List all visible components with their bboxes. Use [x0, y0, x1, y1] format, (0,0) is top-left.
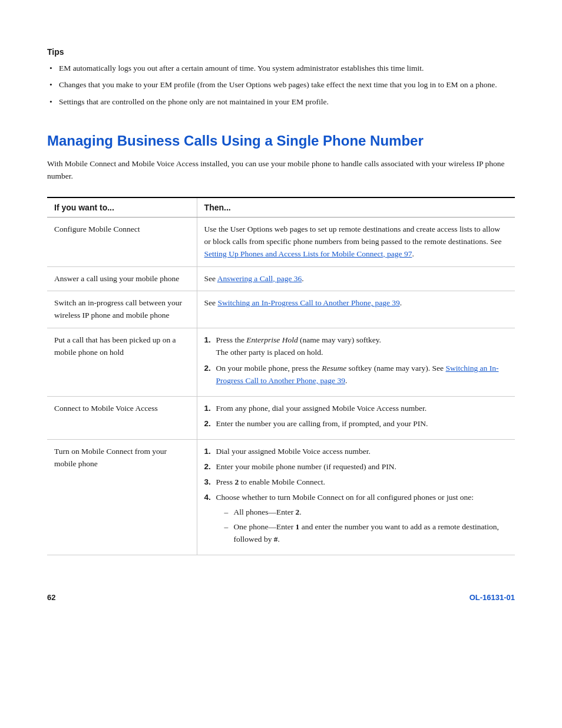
row2-col2: See Answering a Call, page 36. [197, 266, 515, 291]
step-num: 1. [204, 446, 211, 458]
step-item: 1. From any phone, dial your assigned Mo… [204, 403, 508, 415]
col1-header: If you want to... [47, 197, 197, 218]
row5-col2: 1. From any phone, dial your assigned Mo… [197, 397, 515, 440]
tips-list: EM automatically logs you out after a ce… [47, 62, 515, 108]
tips-section: Tips EM automatically logs you out after… [47, 47, 515, 108]
step-item: 3. Press 2 to enable Mobile Connect. [204, 476, 508, 489]
sub-list-item: All phones—Enter 2. [222, 506, 508, 519]
row4-col1: Put a call that has been picked up on a … [47, 328, 197, 397]
table-row: Configure Mobile Connect Use the User Op… [47, 217, 515, 266]
link-switching-call-2[interactable]: Switching an In-Progress Call to Another… [216, 364, 499, 385]
table-row: Connect to Mobile Voice Access 1. From a… [47, 397, 515, 440]
sub-list-item: One phone—Enter 1 and enter the number y… [222, 521, 508, 546]
step-item: 2. Enter your mobile phone number (if re… [204, 461, 508, 473]
step-list-turn-on: 1. Dial your assigned Mobile Voice acces… [204, 446, 508, 546]
row5-col1: Connect to Mobile Voice Access [47, 397, 197, 440]
sub-list-phones: All phones—Enter 2. One phone—Enter 1 an… [222, 506, 508, 546]
row6-col1: Turn on Mobile Connect from your mobile … [47, 439, 197, 555]
resume-label: Resume [322, 364, 346, 373]
step-num: 1. [204, 334, 211, 347]
main-table: If you want to... Then... Configure Mobi… [47, 197, 515, 556]
step-item: 2. On your mobile phone, press the Resum… [204, 363, 508, 387]
tip-item-1: EM automatically logs you out after a ce… [47, 62, 515, 74]
step-item: 2. Enter the number you are calling from… [204, 418, 508, 430]
row4-col2: 1. Press the Enterprise Hold (name may v… [197, 328, 515, 397]
table-row: Switch an in-progress call between your … [47, 291, 515, 328]
footer: 62 OL-16131-01 [47, 591, 515, 602]
link-switching-call-1[interactable]: Switching an In-Progress Call to Another… [217, 298, 399, 307]
step-num: 2. [204, 418, 211, 430]
tips-heading: Tips [47, 47, 515, 57]
row2-col1: Answer a call using your mobile phone [47, 266, 197, 291]
row3-col2: See Switching an In-Progress Call to Ano… [197, 291, 515, 328]
step-num: 1. [204, 403, 211, 415]
table-row: Put a call that has been picked up on a … [47, 328, 515, 397]
row3-col1: Switch an in-progress call between your … [47, 291, 197, 328]
footer-page-number: 62 [47, 593, 55, 602]
link-setting-up-phones[interactable]: Setting Up Phones and Access Lists for M… [204, 249, 412, 258]
section-intro: With Mobile Connect and Mobile Voice Acc… [47, 158, 515, 183]
step-num: 3. [204, 476, 211, 489]
step-num: 2. [204, 461, 211, 473]
link-answering-call[interactable]: Answering a Call, page 36 [217, 274, 302, 283]
enterprise-hold-label: Enterprise Hold [246, 335, 297, 344]
tip-item-3: Settings that are controlled on the phon… [47, 96, 515, 108]
press-2-label: 2 [234, 477, 239, 486]
table-row: Answer a call using your mobile phone Se… [47, 266, 515, 291]
step-list-hold: 1. Press the Enterprise Hold (name may v… [204, 334, 508, 387]
row6-col2: 1. Dial your assigned Mobile Voice acces… [197, 439, 515, 555]
step-list-mva: 1. From any phone, dial your assigned Mo… [204, 403, 508, 430]
row1-col1: Configure Mobile Connect [47, 217, 197, 266]
section-title: Managing Business Calls Using a Single P… [47, 131, 515, 150]
footer-ref: OL-16131-01 [470, 593, 515, 602]
step-num: 2. [204, 363, 211, 375]
step-item: 4. Choose whether to turn Mobile Connect… [204, 492, 508, 546]
tip-item-2: Changes that you make to your EM profile… [47, 79, 515, 91]
step-item: 1. Press the Enterprise Hold (name may v… [204, 334, 508, 359]
row1-col2: Use the User Options web pages to set up… [197, 217, 515, 266]
step-item: 1. Dial your assigned Mobile Voice acces… [204, 446, 508, 458]
col2-header: Then... [197, 197, 515, 218]
table-header-row: If you want to... Then... [47, 197, 515, 218]
step-num: 4. [204, 492, 211, 504]
table-row: Turn on Mobile Connect from your mobile … [47, 439, 515, 555]
